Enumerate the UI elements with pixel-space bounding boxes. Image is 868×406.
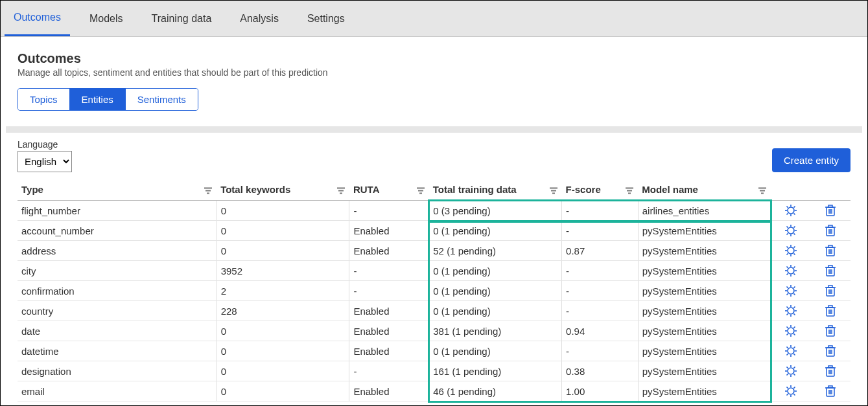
cell-type: confirmation [18,281,217,301]
cell-training-data: 381 (1 pending) [429,321,562,341]
segment-topics[interactable]: Topics [18,89,69,110]
create-entity-button[interactable]: Create entity [772,148,850,172]
outcomes-header: Outcomes Manage all topics, sentiment an… [6,42,862,121]
tab-models[interactable]: Models [80,1,132,36]
row-delete-button[interactable] [823,303,838,319]
row-settings-button[interactable] [783,323,799,339]
filter-icon[interactable] [758,184,767,195]
cell-fscore: - [562,221,639,241]
col-header-training-data[interactable]: Total training data [429,179,562,201]
table-row: address0Enabled52 (1 pending)0.87pySyste… [18,241,850,261]
cell-fscore: - [562,281,639,301]
cell-ruta: - [349,261,429,281]
cell-model-name: airlines_entities [638,201,771,221]
segment-sentiments[interactable]: Sentiments [125,89,198,110]
row-delete-button[interactable] [823,383,838,399]
trash-icon [824,365,837,378]
outcome-type-segments: Topics Entities Sentiments [18,88,198,111]
row-settings-button[interactable] [783,343,799,359]
cell-keywords: 3952 [217,261,349,281]
divider-strip [6,126,862,133]
cell-model-name: pySystemEntities [638,221,771,241]
row-settings-button[interactable] [783,303,799,319]
row-delete-button[interactable] [823,243,838,258]
col-header-type[interactable]: Type [18,179,217,201]
trash-icon [824,304,837,317]
trash-icon [824,204,837,217]
cell-model-name: pySystemEntities [638,261,771,281]
table-row: confirmation2-0 (1 pending)-pySystemEnti… [18,281,850,301]
row-delete-button[interactable] [823,343,838,359]
row-settings-button[interactable] [783,363,799,379]
trash-icon [824,324,837,337]
col-header-keywords[interactable]: Total keywords [217,179,349,201]
row-settings-button[interactable] [783,223,799,238]
gear-icon [784,344,797,357]
gear-icon [784,324,797,337]
cell-fscore: 0.38 [562,361,639,381]
cell-training-data: 0 (1 pending) [429,281,562,301]
col-header-type-label: Type [21,184,43,195]
row-delete-button[interactable] [823,363,838,379]
cell-ruta: Enabled [349,241,429,261]
cell-fscore: - [562,341,639,361]
cell-training-data: 0 (1 pending) [429,261,562,281]
tab-analysis[interactable]: Analysis [231,1,288,36]
gear-icon [784,365,797,378]
filter-icon[interactable] [336,184,346,195]
cell-keywords: 0 [217,381,349,401]
cell-model-name: pySystemEntities [638,281,771,301]
tab-outcomes[interactable]: Outcomes [5,1,70,36]
filter-icon[interactable] [625,184,634,195]
cell-type: country [18,301,217,321]
col-header-model-name-label: Model name [642,184,698,195]
col-header-fscore-label: F-score [566,184,601,195]
row-delete-button[interactable] [823,223,838,238]
cell-type: city [18,261,217,281]
cell-training-data: 0 (3 pending) [429,201,562,221]
filter-icon[interactable] [416,184,425,195]
cell-model-name: pySystemEntities [638,321,771,341]
tab-training-data[interactable]: Training data [143,1,221,36]
filter-icon[interactable] [549,184,558,195]
row-delete-button[interactable] [823,263,838,278]
entities-panel: Language English Create entity Type [6,133,862,401]
cell-training-data: 46 (1 pending) [429,381,562,401]
row-settings-button[interactable] [783,383,799,399]
cell-ruta: - [349,281,429,301]
cell-fscore: 0.94 [562,321,639,341]
cell-type: account_number [18,221,217,241]
filter-icon[interactable] [204,184,213,195]
cell-type: date [18,321,217,341]
trash-icon [824,264,837,277]
cell-keywords: 0 [217,201,349,221]
cell-ruta: - [349,361,429,381]
cell-keywords: 0 [217,321,349,341]
cell-ruta: Enabled [349,381,429,401]
trash-icon [824,244,837,257]
cell-model-name: pySystemEntities [638,381,771,401]
row-settings-button[interactable] [783,283,799,299]
table-row: datetime0Enabled0 (1 pending)-pySystemEn… [18,341,850,361]
row-delete-button[interactable] [823,283,838,299]
cell-fscore: 1.00 [562,381,639,401]
tab-settings[interactable]: Settings [298,1,354,36]
row-settings-button[interactable] [783,203,799,218]
gear-icon [784,385,797,398]
col-header-model-name[interactable]: Model name [638,179,771,201]
gear-icon [784,224,797,237]
row-delete-button[interactable] [823,203,838,218]
row-delete-button[interactable] [823,323,838,339]
col-header-ruta[interactable]: RUTA [349,179,429,201]
col-header-fscore[interactable]: F-score [562,179,639,201]
table-row: designation0-161 (1 pending)0.38pySystem… [18,361,850,381]
language-label: Language [18,139,72,150]
row-settings-button[interactable] [783,243,799,258]
cell-keywords: 0 [217,241,349,261]
cell-ruta: - [349,201,429,221]
language-select[interactable]: English [18,151,72,172]
cell-model-name: pySystemEntities [638,241,771,261]
segment-entities[interactable]: Entities [69,89,125,110]
trash-icon [824,224,837,237]
row-settings-button[interactable] [783,263,799,278]
